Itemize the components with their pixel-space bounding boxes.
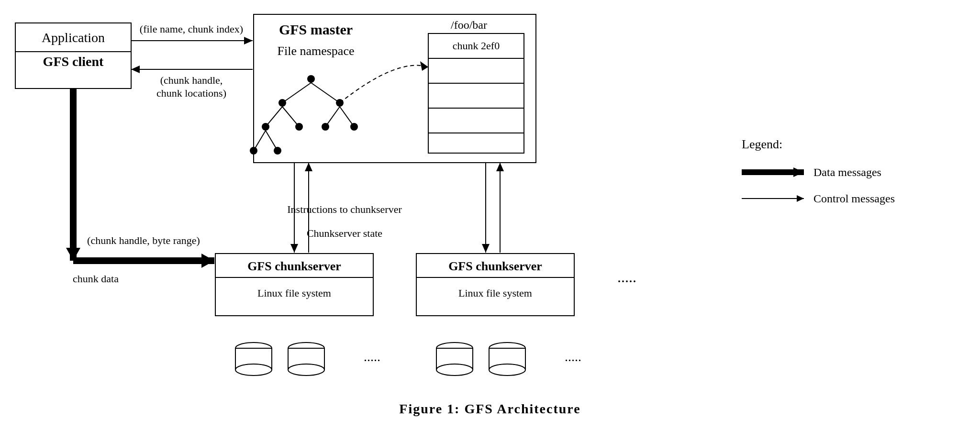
svg-marker-58 <box>201 254 214 268</box>
application-label: Application <box>42 30 105 45</box>
svg-point-38 <box>288 364 324 376</box>
ellipsis-disk2: ..... <box>565 349 581 364</box>
ellipsis-servers: ..... <box>617 268 636 286</box>
svg-marker-30 <box>131 66 140 73</box>
svg-point-14 <box>322 123 329 131</box>
chunk-handle-byte-range-label: (chunk handle, byte range) <box>87 234 200 246</box>
main-diagram-svg: Application GFS client GFS master File n… <box>0 0 980 431</box>
svg-point-18 <box>250 147 257 155</box>
foo-bar-label: /foo/bar <box>451 19 487 31</box>
figure-caption: Figure 1: GFS Architecture <box>399 401 580 417</box>
svg-rect-23 <box>428 83 524 108</box>
svg-marker-50 <box>305 163 312 171</box>
ellipsis-disk1: ..... <box>364 349 380 364</box>
chunkserver-state-label: Chunkserver state <box>307 227 382 239</box>
svg-rect-24 <box>428 108 524 133</box>
svg-rect-25 <box>428 133 524 153</box>
chunk-locations-label: chunk locations) <box>156 87 226 99</box>
chunk-data-label: chunk data <box>73 273 119 285</box>
svg-marker-54 <box>496 163 504 171</box>
svg-marker-52 <box>482 244 490 253</box>
gfs-chunkserver1-label: GFS chunkserver <box>247 259 341 273</box>
svg-marker-28 <box>244 37 253 44</box>
svg-point-3 <box>307 75 315 83</box>
svg-point-6 <box>278 99 286 107</box>
svg-point-35 <box>235 364 272 376</box>
diagram-container: Application GFS client GFS master File n… <box>0 0 980 431</box>
svg-point-9 <box>262 123 269 131</box>
svg-marker-48 <box>290 244 298 253</box>
svg-point-10 <box>295 123 303 131</box>
svg-marker-62 <box>797 195 804 202</box>
gfs-master-label: GFS master <box>279 22 353 37</box>
svg-marker-60 <box>793 167 804 177</box>
svg-point-19 <box>274 147 281 155</box>
svg-point-43 <box>436 364 473 376</box>
svg-point-15 <box>350 123 358 131</box>
file-namespace-label: File namespace <box>278 44 355 58</box>
linux-fs2-label: Linux file system <box>458 287 532 299</box>
data-messages-label: Data messages <box>813 166 881 178</box>
legend-title: Legend: <box>742 137 782 151</box>
gfs-chunkserver2-label: GFS chunkserver <box>448 259 542 273</box>
gfs-client-label: GFS client <box>43 54 104 69</box>
svg-point-46 <box>489 364 525 376</box>
file-name-chunk-index-label: (file name, chunk index) <box>140 23 243 35</box>
svg-rect-22 <box>428 58 524 83</box>
linux-fs1-label: Linux file system <box>257 287 331 299</box>
instructions-chunkserver-label: Instructions to chunkserver <box>287 203 402 215</box>
chunk-handle-locations-label: (chunk handle, <box>160 74 223 86</box>
chunk-2ef0-label: chunk 2ef0 <box>453 40 500 52</box>
control-messages-label: Control messages <box>813 192 895 205</box>
